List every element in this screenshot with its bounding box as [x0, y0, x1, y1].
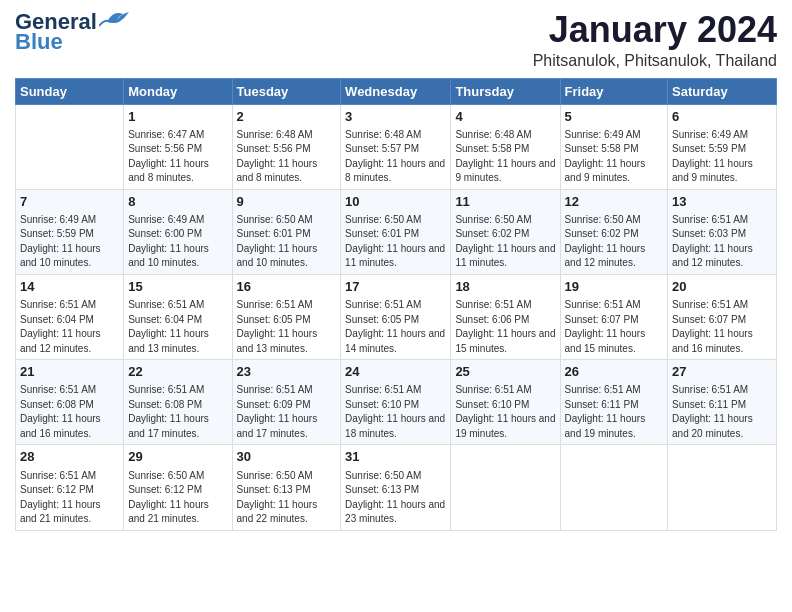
logo-blue: Blue [15, 30, 63, 54]
day-info: Sunrise: 6:49 AMSunset: 5:59 PMDaylight:… [20, 213, 119, 271]
weekday-header-sunday: Sunday [16, 78, 124, 104]
calendar-cell [668, 445, 777, 530]
day-number: 22 [128, 363, 227, 381]
day-info: Sunrise: 6:50 AMSunset: 6:13 PMDaylight:… [345, 469, 446, 527]
weekday-header-monday: Monday [124, 78, 232, 104]
day-info: Sunrise: 6:47 AMSunset: 5:56 PMDaylight:… [128, 128, 227, 186]
calendar-cell: 6Sunrise: 6:49 AMSunset: 5:59 PMDaylight… [668, 104, 777, 189]
location-title: Phitsanulok, Phitsanulok, Thailand [533, 52, 777, 70]
day-number: 14 [20, 278, 119, 296]
logo: General Blue [15, 10, 131, 54]
calendar-cell: 8Sunrise: 6:49 AMSunset: 6:00 PMDaylight… [124, 189, 232, 274]
day-info: Sunrise: 6:51 AMSunset: 6:07 PMDaylight:… [672, 298, 772, 356]
day-info: Sunrise: 6:51 AMSunset: 6:05 PMDaylight:… [345, 298, 446, 356]
day-info: Sunrise: 6:48 AMSunset: 5:58 PMDaylight:… [455, 128, 555, 186]
day-info: Sunrise: 6:48 AMSunset: 5:56 PMDaylight:… [237, 128, 337, 186]
calendar-cell: 24Sunrise: 6:51 AMSunset: 6:10 PMDayligh… [341, 360, 451, 445]
day-info: Sunrise: 6:49 AMSunset: 5:59 PMDaylight:… [672, 128, 772, 186]
day-number: 12 [565, 193, 664, 211]
day-info: Sunrise: 6:51 AMSunset: 6:10 PMDaylight:… [345, 383, 446, 441]
day-info: Sunrise: 6:51 AMSunset: 6:06 PMDaylight:… [455, 298, 555, 356]
day-info: Sunrise: 6:49 AMSunset: 6:00 PMDaylight:… [128, 213, 227, 271]
day-number: 11 [455, 193, 555, 211]
calendar-cell: 3Sunrise: 6:48 AMSunset: 5:57 PMDaylight… [341, 104, 451, 189]
day-number: 13 [672, 193, 772, 211]
day-number: 25 [455, 363, 555, 381]
calendar-cell: 13Sunrise: 6:51 AMSunset: 6:03 PMDayligh… [668, 189, 777, 274]
calendar-week-3: 14Sunrise: 6:51 AMSunset: 6:04 PMDayligh… [16, 274, 777, 359]
day-info: Sunrise: 6:51 AMSunset: 6:07 PMDaylight:… [565, 298, 664, 356]
calendar-cell: 28Sunrise: 6:51 AMSunset: 6:12 PMDayligh… [16, 445, 124, 530]
header: General Blue January 2024 Phitsanulok, P… [15, 10, 777, 70]
day-info: Sunrise: 6:50 AMSunset: 6:13 PMDaylight:… [237, 469, 337, 527]
weekday-header-tuesday: Tuesday [232, 78, 341, 104]
day-number: 20 [672, 278, 772, 296]
calendar-cell: 20Sunrise: 6:51 AMSunset: 6:07 PMDayligh… [668, 274, 777, 359]
calendar-cell: 22Sunrise: 6:51 AMSunset: 6:08 PMDayligh… [124, 360, 232, 445]
calendar-cell: 14Sunrise: 6:51 AMSunset: 6:04 PMDayligh… [16, 274, 124, 359]
day-number: 26 [565, 363, 664, 381]
day-info: Sunrise: 6:50 AMSunset: 6:01 PMDaylight:… [345, 213, 446, 271]
day-number: 21 [20, 363, 119, 381]
day-info: Sunrise: 6:48 AMSunset: 5:57 PMDaylight:… [345, 128, 446, 186]
calendar-cell: 2Sunrise: 6:48 AMSunset: 5:56 PMDaylight… [232, 104, 341, 189]
day-info: Sunrise: 6:51 AMSunset: 6:09 PMDaylight:… [237, 383, 337, 441]
calendar-cell [451, 445, 560, 530]
page: General Blue January 2024 Phitsanulok, P… [0, 0, 792, 612]
day-number: 28 [20, 448, 119, 466]
calendar-cell: 12Sunrise: 6:50 AMSunset: 6:02 PMDayligh… [560, 189, 668, 274]
month-title: January 2024 [533, 10, 777, 50]
weekday-header-saturday: Saturday [668, 78, 777, 104]
day-number: 3 [345, 108, 446, 126]
calendar-cell: 23Sunrise: 6:51 AMSunset: 6:09 PMDayligh… [232, 360, 341, 445]
calendar-cell [560, 445, 668, 530]
day-info: Sunrise: 6:50 AMSunset: 6:02 PMDaylight:… [565, 213, 664, 271]
day-number: 19 [565, 278, 664, 296]
calendar-cell: 11Sunrise: 6:50 AMSunset: 6:02 PMDayligh… [451, 189, 560, 274]
day-number: 2 [237, 108, 337, 126]
title-area: January 2024 Phitsanulok, Phitsanulok, T… [533, 10, 777, 70]
day-info: Sunrise: 6:51 AMSunset: 6:11 PMDaylight:… [672, 383, 772, 441]
calendar-cell [16, 104, 124, 189]
calendar-cell: 9Sunrise: 6:50 AMSunset: 6:01 PMDaylight… [232, 189, 341, 274]
calendar-cell: 15Sunrise: 6:51 AMSunset: 6:04 PMDayligh… [124, 274, 232, 359]
day-info: Sunrise: 6:51 AMSunset: 6:04 PMDaylight:… [20, 298, 119, 356]
calendar-cell: 18Sunrise: 6:51 AMSunset: 6:06 PMDayligh… [451, 274, 560, 359]
weekday-header-friday: Friday [560, 78, 668, 104]
day-info: Sunrise: 6:51 AMSunset: 6:12 PMDaylight:… [20, 469, 119, 527]
day-info: Sunrise: 6:50 AMSunset: 6:01 PMDaylight:… [237, 213, 337, 271]
calendar-cell: 7Sunrise: 6:49 AMSunset: 5:59 PMDaylight… [16, 189, 124, 274]
day-number: 27 [672, 363, 772, 381]
day-number: 15 [128, 278, 227, 296]
day-number: 29 [128, 448, 227, 466]
day-info: Sunrise: 6:50 AMSunset: 6:02 PMDaylight:… [455, 213, 555, 271]
day-info: Sunrise: 6:51 AMSunset: 6:10 PMDaylight:… [455, 383, 555, 441]
day-number: 17 [345, 278, 446, 296]
calendar-cell: 30Sunrise: 6:50 AMSunset: 6:13 PMDayligh… [232, 445, 341, 530]
calendar-cell: 17Sunrise: 6:51 AMSunset: 6:05 PMDayligh… [341, 274, 451, 359]
calendar-week-1: 1Sunrise: 6:47 AMSunset: 5:56 PMDaylight… [16, 104, 777, 189]
day-number: 10 [345, 193, 446, 211]
calendar-cell: 19Sunrise: 6:51 AMSunset: 6:07 PMDayligh… [560, 274, 668, 359]
calendar-cell: 29Sunrise: 6:50 AMSunset: 6:12 PMDayligh… [124, 445, 232, 530]
calendar-cell: 27Sunrise: 6:51 AMSunset: 6:11 PMDayligh… [668, 360, 777, 445]
calendar-cell: 25Sunrise: 6:51 AMSunset: 6:10 PMDayligh… [451, 360, 560, 445]
day-info: Sunrise: 6:51 AMSunset: 6:11 PMDaylight:… [565, 383, 664, 441]
calendar-week-4: 21Sunrise: 6:51 AMSunset: 6:08 PMDayligh… [16, 360, 777, 445]
calendar-cell: 31Sunrise: 6:50 AMSunset: 6:13 PMDayligh… [341, 445, 451, 530]
day-number: 6 [672, 108, 772, 126]
calendar-cell: 21Sunrise: 6:51 AMSunset: 6:08 PMDayligh… [16, 360, 124, 445]
calendar-cell: 5Sunrise: 6:49 AMSunset: 5:58 PMDaylight… [560, 104, 668, 189]
day-number: 18 [455, 278, 555, 296]
day-info: Sunrise: 6:49 AMSunset: 5:58 PMDaylight:… [565, 128, 664, 186]
day-number: 23 [237, 363, 337, 381]
weekday-header-wednesday: Wednesday [341, 78, 451, 104]
calendar-week-5: 28Sunrise: 6:51 AMSunset: 6:12 PMDayligh… [16, 445, 777, 530]
day-number: 8 [128, 193, 227, 211]
day-number: 1 [128, 108, 227, 126]
calendar-table: SundayMondayTuesdayWednesdayThursdayFrid… [15, 78, 777, 531]
day-info: Sunrise: 6:51 AMSunset: 6:03 PMDaylight:… [672, 213, 772, 271]
logo-bird-icon [99, 8, 131, 30]
weekday-header-thursday: Thursday [451, 78, 560, 104]
day-number: 16 [237, 278, 337, 296]
